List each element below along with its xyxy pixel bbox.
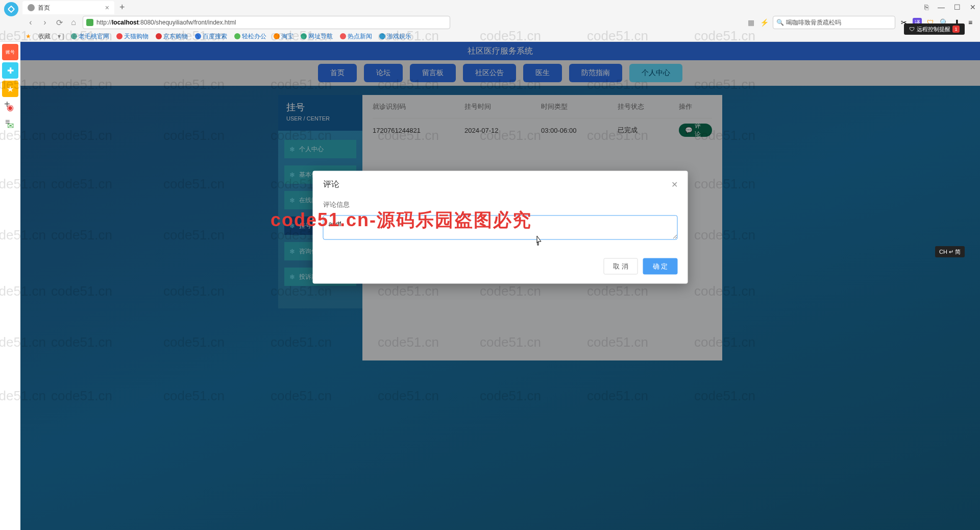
modal-footer: 取 消 确 定 xyxy=(313,252,688,284)
favorites-star-icon[interactable]: ★ xyxy=(26,33,31,40)
bookmark-item[interactable]: 轻松办公 xyxy=(234,32,266,41)
bm-icon xyxy=(234,33,240,39)
maximize-icon[interactable]: ☐ xyxy=(954,3,961,11)
comment-textarea[interactable] xyxy=(323,215,678,240)
sidebar-app-icon[interactable]: ✚ xyxy=(2,62,18,79)
browser-tab[interactable]: 首页 × xyxy=(22,1,114,14)
browser-sidebar: 账号 ✚ ★ ◉ ✉ + ≡ xyxy=(0,42,20,136)
modal-body: 评论信息 xyxy=(313,195,688,252)
minimize-icon[interactable]: — xyxy=(938,3,945,11)
modal-overlay[interactable] xyxy=(20,42,980,530)
new-tab-button[interactable]: + xyxy=(119,2,125,13)
page-content: 社区医疗服务系统 首页 论坛 留言板 社区公告 医生 防范指南 个人中心 挂号 … xyxy=(20,42,980,530)
bookmark-item[interactable]: 淘宝 xyxy=(274,32,293,41)
shield-icon: 🛡 xyxy=(909,26,915,32)
modal-close-icon[interactable]: ✕ xyxy=(671,180,678,189)
bm-icon xyxy=(156,33,162,39)
tab-title: 首页 xyxy=(38,4,50,12)
sidebar-star-icon[interactable]: ★ xyxy=(2,81,18,97)
browser-logo-icon xyxy=(4,2,18,16)
sidebar-badge-icon[interactable]: 账号 xyxy=(2,44,18,60)
home-button[interactable]: ⌂ xyxy=(68,18,79,27)
globe-icon xyxy=(28,4,35,11)
window-controls: ⎘ — ☐ ✕ xyxy=(924,3,976,11)
bookmark-item[interactable]: 老毛桃官网 xyxy=(71,32,109,41)
flash-icon[interactable]: ⚡ xyxy=(760,18,769,27)
search-icon: 🔍 xyxy=(776,19,784,26)
bm-icon xyxy=(379,33,385,39)
comment-modal: 评论 ✕ 评论信息 取 消 确 定 xyxy=(313,171,688,284)
bookmark-item[interactable]: 天猫购物 xyxy=(116,32,149,41)
bookmark-item[interactable]: 百度搜索 xyxy=(195,32,227,41)
bm-icon xyxy=(301,33,307,39)
bm-icon xyxy=(340,33,346,39)
sidebar-menu-icon[interactable]: ≡ xyxy=(5,117,10,127)
menu-icon[interactable]: ≡ xyxy=(966,18,975,27)
forward-button[interactable]: › xyxy=(40,18,50,27)
bookmark-item[interactable]: 游戏娱乐 xyxy=(379,32,411,41)
close-window-icon[interactable]: ✕ xyxy=(970,3,976,11)
modal-title: 评论 xyxy=(323,179,339,190)
cancel-button[interactable]: 取 消 xyxy=(603,258,638,275)
tab-close-icon[interactable]: × xyxy=(105,4,109,12)
url-text: http://localhost:8080/shequyiliaofw/fron… xyxy=(96,19,236,26)
address-bar: ‹ › ⟳ ⌂ http://localhost:8080/shequyilia… xyxy=(0,14,980,31)
remote-control-badge[interactable]: 🛡 远程控制提醒 1 xyxy=(904,23,965,35)
bookmark-item[interactable]: 热点新闻 xyxy=(340,32,372,41)
bm-icon xyxy=(274,33,280,39)
bookmarks-bar: ★ 收藏 ▾ | 老毛桃官网 天猫购物 京东购物 百度搜索 轻松办公 淘宝 网址… xyxy=(0,31,980,42)
reload-button[interactable]: ⟳ xyxy=(54,18,64,28)
bookmark-item[interactable]: 京东购物 xyxy=(156,32,188,41)
url-input[interactable]: http://localhost:8080/shequyiliaofw/fron… xyxy=(83,16,450,29)
back-button[interactable]: ‹ xyxy=(26,18,36,27)
bookmarks-label: 收藏 xyxy=(38,32,51,41)
shield-icon xyxy=(86,19,93,26)
notification-dot: 1 xyxy=(952,26,960,33)
bookmark-item[interactable]: 网址导航 xyxy=(301,32,333,41)
bm-icon xyxy=(195,33,201,39)
search-text: 喝咖啡致骨质疏松吗 xyxy=(786,18,841,27)
sidebar-mail-icon[interactable]: ✉ xyxy=(2,117,18,134)
search-input[interactable]: 🔍 喝咖啡致骨质疏松吗 xyxy=(773,16,895,29)
ime-badge[interactable]: CH ↵ 简 xyxy=(935,246,965,257)
pin-icon[interactable]: ⎘ xyxy=(924,3,928,11)
tab-bar: 首页 × + ⎘ — ☐ ✕ xyxy=(0,0,980,14)
modal-header: 评论 ✕ xyxy=(313,171,688,195)
browser-chrome: 首页 × + ⎘ — ☐ ✕ ‹ › ⟳ ⌂ http://localhost:… xyxy=(0,0,980,42)
qr-icon[interactable]: ▦ xyxy=(746,18,755,27)
confirm-button[interactable]: 确 定 xyxy=(643,258,678,275)
comment-field-label: 评论信息 xyxy=(323,200,678,209)
sidebar-add-icon[interactable]: + xyxy=(4,99,10,110)
bm-icon xyxy=(116,33,122,39)
bm-icon xyxy=(71,33,77,39)
